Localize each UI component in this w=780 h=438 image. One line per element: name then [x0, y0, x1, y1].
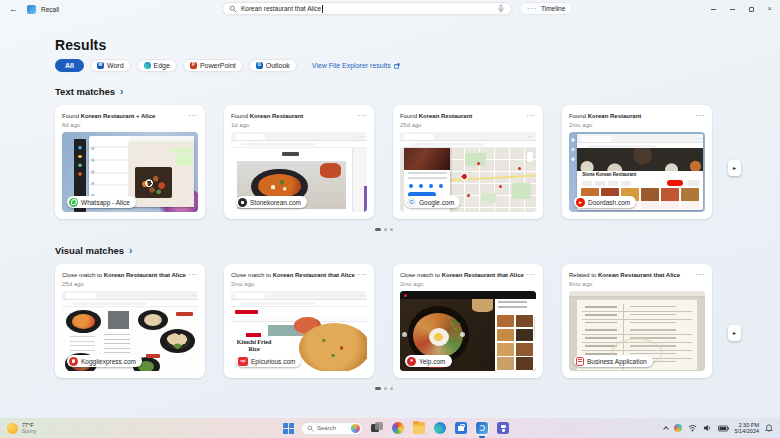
epicurious-icon: epi — [238, 357, 248, 366]
recall-icon — [476, 422, 488, 434]
maximize-button[interactable] — [749, 7, 754, 12]
microsoft-store-button[interactable] — [454, 421, 468, 435]
battery-icon[interactable] — [718, 425, 729, 432]
result-card-doordash[interactable]: Found Korean Restaurant ··· 2mo ago Ston… — [562, 105, 712, 219]
source-badge: Koggiiexpress.com — [67, 355, 142, 367]
card-title: Found Korean Restaurant + Alice — [62, 112, 186, 121]
globe-dark-icon — [238, 198, 247, 207]
section-header-visual-matches[interactable]: Visual matches › — [55, 245, 780, 256]
carousel-dots-text-matches — [55, 227, 712, 231]
tray-app-icon[interactable] — [674, 424, 682, 432]
titlebar-overflow-button[interactable] — [711, 9, 716, 10]
card-age: 25d ago — [62, 281, 198, 287]
more-options-icon[interactable]: ··· — [358, 271, 367, 279]
card-age: 6mo ago — [569, 281, 705, 287]
system-tray: 2:30 PM 5/14/2024 — [664, 418, 773, 438]
filter-edge[interactable]: Edge — [137, 59, 177, 72]
more-options-icon[interactable]: ··· — [358, 112, 367, 120]
snapshot-thumbnail-google-maps: G Google.com — [400, 132, 536, 212]
card-title: Close match to Korean Restaurant that Al… — [231, 271, 355, 280]
close-button[interactable]: × — [768, 5, 772, 13]
recall-app-button[interactable] — [475, 421, 489, 435]
file-explorer-button[interactable] — [412, 421, 426, 435]
timeline-label: Timeline — [541, 5, 565, 12]
teams-icon — [497, 422, 509, 434]
clock[interactable]: 2:30 PM 5/14/2024 — [735, 422, 759, 435]
task-view-button[interactable] — [370, 421, 384, 435]
carousel-dot[interactable] — [384, 387, 387, 390]
notification-bell-icon[interactable] — [765, 424, 773, 433]
app-title: Recall — [41, 6, 59, 13]
chevron-right-icon: › — [129, 246, 132, 256]
search-input[interactable]: Korean restaurant that Alice — [222, 2, 512, 15]
result-card-business-application[interactable]: Related to Korean Restaurant that Alice … — [562, 264, 712, 378]
file-explorer-results-link[interactable]: View File Explorer results — [312, 62, 400, 69]
card-title: Close match to Korean Restaurant that Al… — [400, 271, 524, 280]
card-title: Related to Korean Restaurant that Alice — [569, 271, 693, 280]
taskbar-search-box[interactable]: Search — [301, 422, 363, 435]
result-card-koggiiexpress[interactable]: Close match to Korean Restaurant that Al… — [55, 264, 205, 378]
card-age: 6d ago — [62, 122, 198, 128]
filter-all[interactable]: All — [55, 59, 84, 72]
teams-button[interactable] — [496, 421, 510, 435]
window-controls: × — [711, 0, 772, 18]
koggii-icon — [69, 357, 78, 366]
filter-word[interactable]: WWord — [90, 59, 131, 72]
more-options-icon[interactable]: ··· — [189, 271, 198, 279]
visual-matches-row: Close match to Korean Restaurant that Al… — [55, 264, 780, 378]
snapshot-thumbnail-stonekorean: Stonekorean.com — [231, 132, 367, 212]
weather-condition: Sunny — [22, 428, 36, 434]
more-options-icon[interactable]: ··· — [189, 112, 198, 120]
result-card-whatsapp[interactable]: Found Korean Restaurant + Alice ··· 6d a… — [55, 105, 205, 219]
photos-app-button[interactable] — [391, 421, 405, 435]
pinwheel-icon — [392, 422, 404, 434]
mic-icon[interactable] — [497, 4, 505, 14]
back-icon[interactable]: ← — [9, 5, 18, 14]
external-link-icon — [394, 63, 400, 69]
carousel-dot[interactable] — [390, 387, 393, 390]
whatsapp-icon — [69, 198, 78, 207]
more-options-icon[interactable]: ··· — [527, 112, 536, 120]
wifi-icon[interactable] — [688, 424, 697, 432]
carousel-dot[interactable] — [390, 228, 393, 231]
timeline-button[interactable]: ··· Timeline — [519, 2, 573, 15]
source-badge: Stonekorean.com — [236, 196, 307, 208]
minimize-button[interactable] — [730, 9, 735, 10]
recall-app-icon — [27, 5, 36, 14]
card-title: Found Korean Restaurant — [400, 112, 524, 121]
result-card-stonekorean[interactable]: Found Korean Restaurant ··· 1d ago — [224, 105, 374, 219]
more-options-icon[interactable]: ··· — [696, 112, 705, 120]
result-card-google[interactable]: Found Korean Restaurant ··· 25d ago — [393, 105, 543, 219]
filter-outlook[interactable]: OOutlook — [249, 59, 297, 72]
card-age: 2mo ago — [400, 281, 536, 287]
carousel-next-button[interactable]: ▸ — [728, 160, 741, 176]
outlook-icon: O — [256, 62, 263, 69]
search-icon — [307, 425, 314, 432]
word-icon: W — [97, 62, 104, 69]
result-card-yelp[interactable]: Close match to Korean Restaurant that Al… — [393, 264, 543, 378]
source-badge: Whatsapp - Alice — [67, 196, 136, 208]
more-options-icon[interactable]: ··· — [696, 271, 705, 279]
carousel-dot[interactable] — [375, 228, 381, 231]
date-text: 5/14/2024 — [735, 428, 759, 435]
result-card-epicurious[interactable]: Close match to Korean Restaurant that Al… — [224, 264, 374, 378]
chevron-right-icon: › — [120, 87, 123, 97]
card-age: 2mo ago — [231, 281, 367, 287]
filter-powerpoint[interactable]: PPowerPoint — [183, 59, 243, 72]
source-badge: epi Epicurious.com — [236, 355, 301, 367]
hidden-icons-chevron[interactable] — [663, 426, 669, 432]
section-header-text-matches[interactable]: Text matches › — [55, 86, 780, 97]
carousel-dot[interactable] — [375, 387, 381, 390]
doordash-icon: ▸ — [576, 198, 585, 207]
carousel-dots-visual-matches — [55, 386, 712, 390]
edge-button[interactable] — [433, 421, 447, 435]
carousel-next-button[interactable]: ▸ — [728, 325, 741, 341]
snapshot-thumbnail-yelp: * Yelp.com — [400, 291, 536, 371]
more-options-icon[interactable]: ··· — [527, 271, 536, 279]
speaker-icon[interactable] — [703, 424, 712, 432]
weather-widget[interactable]: 77°F Sunny — [7, 422, 36, 434]
recipe-title-text: Kimchi Fried Rice — [232, 339, 276, 353]
title-bar: ← Recall Korean restaurant that Alice ··… — [0, 0, 780, 18]
carousel-dot[interactable] — [384, 228, 387, 231]
start-button[interactable] — [283, 423, 294, 434]
